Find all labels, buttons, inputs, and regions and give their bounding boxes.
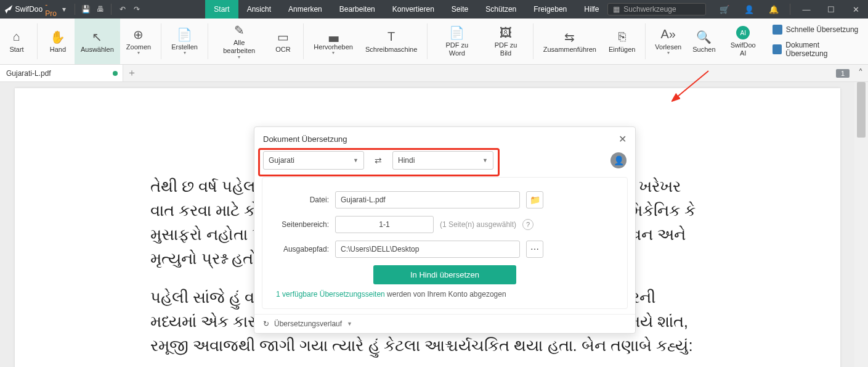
- app-title: SwifDoo-Pro ▾: [0, 1, 71, 18]
- undo-icon[interactable]: ↶: [115, 0, 129, 19]
- ocr-icon: ▭: [277, 30, 289, 44]
- chevron-down-icon: ▼: [353, 157, 359, 163]
- typewriter-button[interactable]: TSchreibmaschine: [359, 19, 423, 64]
- hand-button[interactable]: ✋Hand: [41, 19, 75, 64]
- home-icon: ⌂: [13, 30, 20, 44]
- output-label: Ausgabepfad:: [274, 245, 329, 254]
- menu-bar: Start Ansicht Anmerken Bearbeiten Konver…: [205, 0, 607, 19]
- quick-translate-button[interactable]: Schnelle Übersetzung: [773, 25, 861, 35]
- highlight-button[interactable]: ▃Hervorheben▾: [307, 19, 359, 64]
- app-logo-icon: [5, 5, 12, 14]
- save-icon[interactable]: 💾: [79, 0, 93, 19]
- dialog-footer: ↻ Übersetzungsverlauf ▼: [254, 314, 635, 333]
- new-tab-button[interactable]: ＋: [123, 67, 140, 80]
- menu-ansicht[interactable]: Ansicht: [238, 0, 280, 19]
- merge-icon: ⇆: [564, 30, 575, 44]
- swap-languages-button[interactable]: ⇄: [370, 155, 386, 165]
- target-language-select[interactable]: Hindi▼: [392, 151, 493, 170]
- ocr-button[interactable]: ▭OCR: [266, 19, 299, 64]
- tab-filename: Gujarati-L.pdf: [6, 69, 51, 78]
- dialog-close-button[interactable]: ✕: [619, 133, 627, 145]
- chevron-down-icon: ▼: [482, 157, 488, 163]
- titlebar: SwifDoo-Pro ▾ 💾 🖶 ↶ ↷ Start Ansicht Anme…: [0, 0, 868, 19]
- output-path-input[interactable]: C:\Users\DELL\Desktop: [335, 241, 520, 258]
- read-aloud-button[interactable]: A»Vorlesen▾: [649, 19, 687, 64]
- translate-dialog: Dokument Übersetzung ✕ Gujarati▼ ⇄ Hindi…: [254, 126, 636, 334]
- grid-icon: ▦: [613, 5, 620, 14]
- zoom-icon: ⊕: [133, 27, 144, 42]
- ai-button[interactable]: AISwifDoo AI: [721, 19, 765, 64]
- merge-button[interactable]: ⇆Zusammenführen: [537, 19, 602, 64]
- zoom-button[interactable]: ⊕Zoomen▾: [120, 19, 157, 64]
- translate-button[interactable]: In Hindi übersetzen: [373, 265, 516, 284]
- scrollbar-thumb[interactable]: [857, 82, 866, 138]
- doc-translate-icon: [773, 44, 782, 54]
- file-input[interactable]: Gujarati-L.pdf: [335, 191, 520, 208]
- translate-shortcuts: Schnelle Übersetzung Dokument Übersetzun…: [765, 19, 868, 64]
- maximize-button[interactable]: ☐: [819, 0, 843, 19]
- browse-file-button[interactable]: 📁: [526, 191, 543, 208]
- range-hint: (1 Seite(n) ausgewählt): [440, 220, 516, 229]
- ai-icon: AI: [736, 25, 750, 40]
- user-avatar-icon[interactable]: 👤: [610, 152, 627, 168]
- search-icon: 🔍: [696, 30, 712, 44]
- speaker-icon: A»: [660, 27, 675, 42]
- menu-hilfe[interactable]: Hilfe: [575, 0, 607, 19]
- cart-icon[interactable]: 🛒: [712, 0, 737, 19]
- file-plus-icon: 📄: [177, 27, 192, 42]
- vertical-scrollbar[interactable]: [854, 82, 868, 367]
- edit-all-button[interactable]: ✎Alle bearbeiten▾: [212, 19, 267, 64]
- collapse-ribbon-icon[interactable]: ˄: [853, 67, 868, 79]
- menu-seite[interactable]: Seite: [443, 0, 477, 19]
- quick-translate-icon: [773, 25, 782, 35]
- user-icon[interactable]: 👤: [737, 0, 761, 19]
- dialog-body: Datei: Gujarati-L.pdf 📁 Seitenbereich: 1…: [262, 177, 628, 309]
- insert-icon: ⎘: [619, 30, 626, 44]
- highlight-icon: ▃: [329, 27, 338, 42]
- menu-anmerken[interactable]: Anmerken: [280, 0, 331, 19]
- menu-bearbeiten[interactable]: Bearbeiten: [331, 0, 384, 19]
- search-tools[interactable]: ▦ Suchwerkzeuge: [607, 3, 706, 15]
- insert-button[interactable]: ⎘Einfügen: [602, 19, 641, 64]
- bell-icon[interactable]: 🔔: [761, 0, 786, 19]
- document-translate-button[interactable]: Dokument Übersetzung: [773, 41, 861, 58]
- more-options-button[interactable]: ⋯: [526, 241, 543, 258]
- search-placeholder: Suchwerkzeuge: [623, 5, 676, 14]
- page-range-input[interactable]: 1-1: [335, 216, 434, 233]
- search-button[interactable]: 🔍Suchen: [687, 19, 721, 64]
- home-button[interactable]: ⌂Start: [0, 19, 33, 64]
- chevron-down-icon[interactable]: ▼: [347, 321, 352, 327]
- pdf-to-image-button[interactable]: 🖼PDF zu Bild: [482, 19, 529, 64]
- select-button[interactable]: ↖Auswählen: [75, 19, 120, 64]
- app-dropdown-caret[interactable]: ▾: [62, 5, 66, 14]
- file-label: Datei:: [274, 196, 329, 204]
- ribbon: ⌂Start ✋Hand ↖Auswählen ⊕Zoomen▾ 📄Erstel…: [0, 19, 868, 65]
- range-label: Seitenbereich:: [274, 220, 329, 229]
- menu-start[interactable]: Start: [205, 0, 238, 19]
- redo-icon[interactable]: ↷: [129, 0, 144, 19]
- history-link[interactable]: Übersetzungsverlauf: [274, 320, 342, 328]
- close-button[interactable]: ✕: [843, 0, 868, 19]
- menu-freigeben[interactable]: Freigeben: [525, 0, 575, 19]
- create-button[interactable]: 📄Erstellen▾: [165, 19, 204, 64]
- source-language-select[interactable]: Gujarati▼: [263, 151, 364, 170]
- app-name: SwifDoo: [15, 5, 43, 14]
- word-icon: 📄: [449, 25, 464, 40]
- pdf-to-word-button[interactable]: 📄PDF zu Word: [431, 19, 482, 64]
- menu-konvertieren[interactable]: Konvertieren: [384, 0, 443, 19]
- menu-schutzen[interactable]: Schützen: [477, 0, 525, 19]
- app-suffix: -Pro: [45, 1, 57, 18]
- modified-dot-icon: [113, 71, 118, 76]
- help-icon[interactable]: ?: [522, 219, 533, 230]
- dialog-title: Dokument Übersetzung: [263, 134, 347, 144]
- print-icon[interactable]: 🖶: [93, 0, 107, 19]
- document-tab[interactable]: Gujarati-L.pdf: [0, 65, 123, 81]
- edit-icon: ✎: [234, 23, 245, 38]
- image-icon: 🖼: [500, 25, 512, 40]
- page-count-badge: 1: [836, 69, 850, 78]
- language-row: Gujarati▼ ⇄ Hindi▼ 👤: [254, 149, 635, 177]
- hand-icon: ✋: [50, 30, 65, 44]
- tab-bar: Gujarati-L.pdf ＋ 1 ˄: [0, 65, 868, 82]
- minimize-button[interactable]: —: [794, 0, 819, 19]
- credits-link[interactable]: 1 verfügbare Übersetzungsseiten: [276, 290, 385, 299]
